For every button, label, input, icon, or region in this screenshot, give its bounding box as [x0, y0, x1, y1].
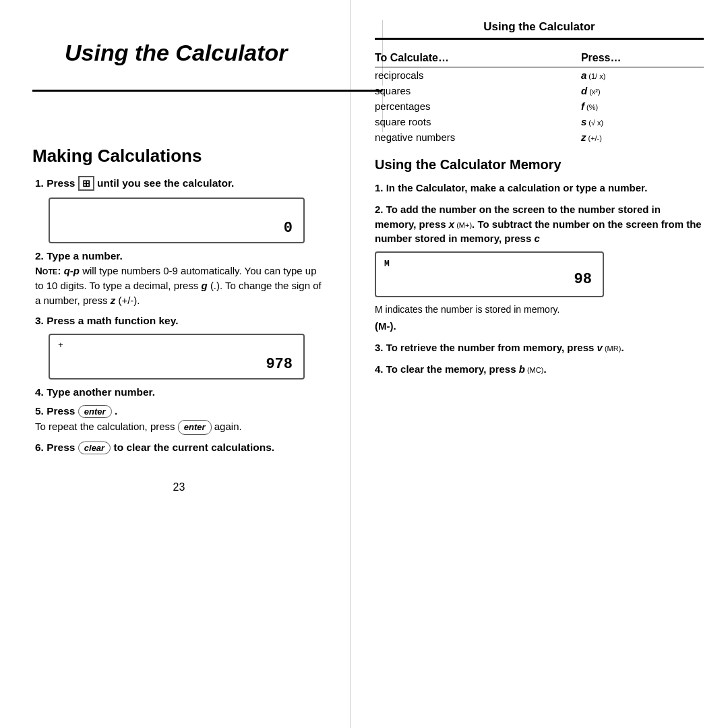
- enter-key-1: enter: [78, 405, 112, 418]
- note-key3: z: [111, 295, 116, 306]
- note-key2: g: [202, 280, 208, 291]
- calculator-icon: ⊞: [78, 176, 94, 191]
- step-4-label: 4. Type another number.: [35, 386, 155, 398]
- right-header: Using the Calculator: [375, 20, 704, 34]
- col2-header: Press…: [554, 52, 704, 67]
- clear-key: clear: [78, 442, 111, 454]
- step-1: 1. Press ⊞ until you see the calculator.…: [32, 176, 326, 243]
- step-2: 2. Type a number. Note: q-p will type nu…: [32, 250, 326, 307]
- step-5-subtext: To repeat the calculation, press enter a…: [35, 419, 326, 435]
- memory-heading: Using the Calculator Memory: [375, 157, 704, 173]
- to-calc-cell: square roots: [375, 114, 554, 129]
- memory-step-2: 2. To add the number on the screen to th…: [375, 202, 704, 334]
- page-title: Using the Calculator: [32, 20, 383, 86]
- press-cell: z (+/-): [554, 129, 704, 145]
- col1-header: To Calculate…: [375, 52, 554, 67]
- memory-step-1: 1. In the Calculator, make a calculation…: [375, 181, 704, 195]
- step-5-label: 5. Press enter .: [35, 405, 117, 417]
- press-cell: a (1/ x): [554, 67, 704, 84]
- step-2-text: Note: q-p will type numbers 0-9 automati…: [35, 264, 326, 307]
- table-row: reciprocalsa (1/ x): [375, 67, 704, 84]
- calc-digit-2: 978: [266, 356, 293, 373]
- to-calc-cell: squares: [375, 83, 554, 98]
- to-calc-cell: reciprocals: [375, 67, 554, 84]
- table-row: negative numbersz (+/-): [375, 129, 704, 145]
- step-1-label: 1. Press ⊞ until you see the calculator.: [35, 177, 234, 189]
- table-row: square rootss (√ x): [375, 114, 704, 129]
- page-number: 23: [173, 481, 185, 493]
- note-label: Note:: [35, 265, 61, 276]
- calc-display-1: 0: [49, 198, 305, 243]
- m-indicator: M: [384, 258, 390, 271]
- memory-digit: 98: [574, 269, 592, 291]
- left-column: Using the Calculator Making Calculations…: [0, 0, 351, 728]
- to-calc-cell: percentages: [375, 98, 554, 114]
- calc-display-2: + 978: [49, 334, 305, 380]
- table-row: squaresd (x²): [375, 83, 704, 98]
- enter-key-2: enter: [178, 420, 212, 435]
- calc-plus: +: [58, 340, 63, 351]
- step-2-label: 2. Type a number.: [35, 250, 326, 262]
- memory-step-4: 4. To clear the memory, press b (MC).: [375, 362, 704, 377]
- to-calc-cell: negative numbers: [375, 129, 554, 145]
- step-6-label: 6. Press clear to clear the current calc…: [35, 442, 274, 453]
- section-heading: Making Calculations: [32, 146, 326, 166]
- right-title-underline: [375, 38, 704, 40]
- step-6: 6. Press clear to clear the current calc…: [32, 442, 326, 454]
- memory-step-3: 3. To retrieve the number from memory, p…: [375, 340, 704, 355]
- step-5: 5. Press enter . To repeat the calculati…: [32, 405, 326, 435]
- calc-table: To Calculate… Press… reciprocalsa (1/ x)…: [375, 52, 704, 145]
- step-3-label: 3. Press a math function key.: [35, 315, 179, 326]
- right-column: Using the Calculator To Calculate… Press…: [351, 0, 728, 728]
- press-cell: s (√ x): [554, 114, 704, 129]
- memory-display: M 98: [375, 251, 604, 297]
- table-row: percentagesf (%): [375, 98, 704, 114]
- title-underline: [32, 90, 383, 132]
- note-key: q-p: [64, 265, 80, 276]
- press-cell: f (%): [554, 98, 704, 114]
- step-4: 4. Type another number.: [32, 386, 326, 398]
- memory-display-note: M indicates the number is stored in memo…: [375, 303, 704, 316]
- calc-digit-1: 0: [284, 220, 293, 237]
- step-3: 3. Press a math function key. + 978: [32, 315, 326, 380]
- press-cell: d (x²): [554, 83, 704, 98]
